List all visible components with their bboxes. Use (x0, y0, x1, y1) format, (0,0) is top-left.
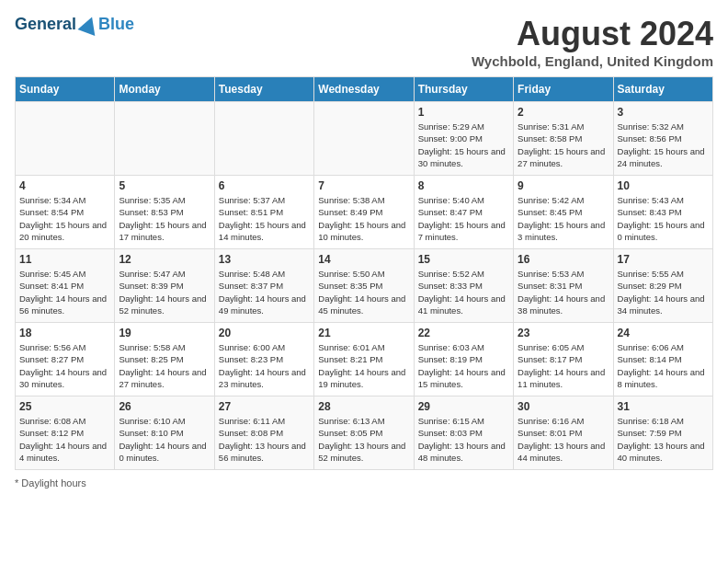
weekday-header-row: SundayMondayTuesdayWednesdayThursdayFrid… (16, 77, 713, 102)
calendar-cell: 30Sunrise: 6:16 AM Sunset: 8:01 PM Dayli… (514, 396, 613, 470)
location: Wychbold, England, United Kingdom (472, 53, 713, 69)
calendar-cell: 27Sunrise: 6:11 AM Sunset: 8:08 PM Dayli… (214, 396, 313, 470)
day-info: Sunrise: 6:10 AM Sunset: 8:10 PM Dayligh… (119, 415, 210, 464)
day-info: Sunrise: 6:03 AM Sunset: 8:19 PM Dayligh… (418, 341, 509, 390)
day-info: Sunrise: 5:55 AM Sunset: 8:29 PM Dayligh… (618, 268, 709, 316)
calendar-cell: 17Sunrise: 5:55 AM Sunset: 8:29 PM Dayli… (613, 249, 712, 323)
logo-general-text: General (15, 15, 76, 34)
day-number: 4 (19, 179, 110, 192)
day-info: Sunrise: 6:11 AM Sunset: 8:08 PM Dayligh… (219, 415, 310, 464)
calendar-week-row: 18Sunrise: 5:56 AM Sunset: 8:27 PM Dayli… (16, 323, 713, 396)
day-number: 30 (518, 400, 609, 413)
day-info: Sunrise: 5:38 AM Sunset: 8:49 PM Dayligh… (318, 194, 409, 243)
day-number: 31 (618, 400, 709, 413)
day-number: 7 (318, 179, 409, 192)
day-info: Sunrise: 5:37 AM Sunset: 8:51 PM Dayligh… (219, 194, 310, 243)
calendar-cell: 1Sunrise: 5:29 AM Sunset: 9:00 PM Daylig… (414, 102, 513, 176)
day-info: Sunrise: 6:06 AM Sunset: 8:14 PM Dayligh… (618, 341, 709, 390)
calendar-cell: 9Sunrise: 5:42 AM Sunset: 8:45 PM Daylig… (514, 176, 613, 249)
calendar-cell: 20Sunrise: 6:00 AM Sunset: 8:23 PM Dayli… (214, 323, 313, 396)
day-info: Sunrise: 5:35 AM Sunset: 8:53 PM Dayligh… (119, 194, 210, 243)
weekday-header-tuesday: Tuesday (214, 77, 313, 102)
day-number: 19 (119, 327, 210, 339)
weekday-header-friday: Friday (514, 77, 613, 102)
day-number: 6 (219, 179, 310, 192)
day-number: 29 (418, 400, 509, 413)
weekday-header-thursday: Thursday (414, 77, 513, 102)
calendar-cell: 18Sunrise: 5:56 AM Sunset: 8:27 PM Dayli… (16, 323, 115, 396)
calendar-cell: 4Sunrise: 5:34 AM Sunset: 8:54 PM Daylig… (16, 176, 115, 249)
day-info: Sunrise: 6:00 AM Sunset: 8:23 PM Dayligh… (219, 341, 310, 390)
day-number: 8 (418, 179, 509, 192)
calendar-cell: 21Sunrise: 6:01 AM Sunset: 8:21 PM Dayli… (314, 323, 414, 396)
logo-triangle-icon (78, 14, 101, 36)
day-info: Sunrise: 5:50 AM Sunset: 8:35 PM Dayligh… (318, 268, 409, 316)
calendar-cell: 22Sunrise: 6:03 AM Sunset: 8:19 PM Dayli… (414, 323, 513, 396)
calendar-table: SundayMondayTuesdayWednesdayThursdayFrid… (15, 76, 713, 470)
weekday-header-wednesday: Wednesday (314, 77, 414, 102)
calendar-cell: 28Sunrise: 6:13 AM Sunset: 8:05 PM Dayli… (314, 396, 414, 470)
day-number: 20 (219, 327, 310, 339)
weekday-header-sunday: Sunday (16, 77, 115, 102)
month-title: August 2024 (472, 15, 713, 53)
day-number: 15 (418, 253, 509, 266)
day-info: Sunrise: 5:31 AM Sunset: 8:58 PM Dayligh… (518, 121, 609, 169)
day-number: 1 (418, 106, 509, 119)
day-number: 12 (119, 253, 210, 266)
day-number: 10 (618, 179, 709, 192)
day-number: 27 (219, 400, 310, 413)
calendar-cell: 12Sunrise: 5:47 AM Sunset: 8:39 PM Dayli… (115, 249, 214, 323)
calendar-week-row: 1Sunrise: 5:29 AM Sunset: 9:00 PM Daylig… (16, 102, 713, 176)
day-info: Sunrise: 6:05 AM Sunset: 8:17 PM Dayligh… (518, 341, 609, 390)
day-info: Sunrise: 5:29 AM Sunset: 9:00 PM Dayligh… (418, 121, 509, 169)
footer-note-text: Daylight hours (21, 477, 85, 488)
day-number: 18 (19, 327, 110, 339)
day-number: 26 (119, 400, 210, 413)
calendar-cell: 26Sunrise: 6:10 AM Sunset: 8:10 PM Dayli… (115, 396, 214, 470)
calendar-cell: 2Sunrise: 5:31 AM Sunset: 8:58 PM Daylig… (514, 102, 613, 176)
day-number: 11 (19, 253, 110, 266)
calendar-week-row: 11Sunrise: 5:45 AM Sunset: 8:41 PM Dayli… (16, 249, 713, 323)
calendar-cell: 19Sunrise: 5:58 AM Sunset: 8:25 PM Dayli… (115, 323, 214, 396)
calendar-week-row: 4Sunrise: 5:34 AM Sunset: 8:54 PM Daylig… (16, 176, 713, 249)
calendar-cell: 13Sunrise: 5:48 AM Sunset: 8:37 PM Dayli… (214, 249, 313, 323)
day-info: Sunrise: 5:45 AM Sunset: 8:41 PM Dayligh… (19, 268, 110, 316)
calendar-cell: 31Sunrise: 6:18 AM Sunset: 7:59 PM Dayli… (613, 396, 712, 470)
calendar-cell (115, 102, 214, 176)
day-number: 28 (318, 400, 409, 413)
logo-blue-text: Blue (98, 15, 134, 34)
day-info: Sunrise: 6:01 AM Sunset: 8:21 PM Dayligh… (318, 341, 409, 390)
day-info: Sunrise: 5:48 AM Sunset: 8:37 PM Dayligh… (219, 268, 310, 316)
weekday-header-saturday: Saturday (613, 77, 712, 102)
day-info: Sunrise: 5:40 AM Sunset: 8:47 PM Dayligh… (418, 194, 509, 243)
day-number: 16 (518, 253, 609, 266)
calendar-cell (214, 102, 313, 176)
calendar-week-row: 25Sunrise: 6:08 AM Sunset: 8:12 PM Dayli… (16, 396, 713, 470)
day-info: Sunrise: 6:16 AM Sunset: 8:01 PM Dayligh… (518, 415, 609, 464)
calendar-cell: 6Sunrise: 5:37 AM Sunset: 8:51 PM Daylig… (214, 176, 313, 249)
logo: General Blue (15, 15, 134, 34)
day-number: 17 (618, 253, 709, 266)
calendar-cell: 11Sunrise: 5:45 AM Sunset: 8:41 PM Dayli… (16, 249, 115, 323)
day-number: 2 (518, 106, 609, 119)
day-info: Sunrise: 5:34 AM Sunset: 8:54 PM Dayligh… (19, 194, 110, 243)
calendar-cell: 15Sunrise: 5:52 AM Sunset: 8:33 PM Dayli… (414, 249, 513, 323)
calendar-cell: 7Sunrise: 5:38 AM Sunset: 8:49 PM Daylig… (314, 176, 414, 249)
day-info: Sunrise: 5:56 AM Sunset: 8:27 PM Dayligh… (19, 341, 110, 390)
day-number: 3 (618, 106, 709, 119)
calendar-cell: 25Sunrise: 6:08 AM Sunset: 8:12 PM Dayli… (16, 396, 115, 470)
calendar-cell: 10Sunrise: 5:43 AM Sunset: 8:43 PM Dayli… (613, 176, 712, 249)
day-number: 23 (518, 327, 609, 339)
day-info: Sunrise: 6:15 AM Sunset: 8:03 PM Dayligh… (418, 415, 509, 464)
day-info: Sunrise: 6:18 AM Sunset: 7:59 PM Dayligh… (618, 415, 709, 464)
day-info: Sunrise: 5:53 AM Sunset: 8:31 PM Dayligh… (518, 268, 609, 316)
calendar-cell: 14Sunrise: 5:50 AM Sunset: 8:35 PM Dayli… (314, 249, 414, 323)
calendar-cell: 24Sunrise: 6:06 AM Sunset: 8:14 PM Dayli… (613, 323, 712, 396)
day-info: Sunrise: 5:52 AM Sunset: 8:33 PM Dayligh… (418, 268, 509, 316)
calendar-cell: 3Sunrise: 5:32 AM Sunset: 8:56 PM Daylig… (613, 102, 712, 176)
calendar-cell: 29Sunrise: 6:15 AM Sunset: 8:03 PM Dayli… (414, 396, 513, 470)
weekday-header-monday: Monday (115, 77, 214, 102)
day-number: 5 (119, 179, 210, 192)
day-number: 22 (418, 327, 509, 339)
title-area: August 2024 Wychbold, England, United Ki… (472, 15, 713, 69)
